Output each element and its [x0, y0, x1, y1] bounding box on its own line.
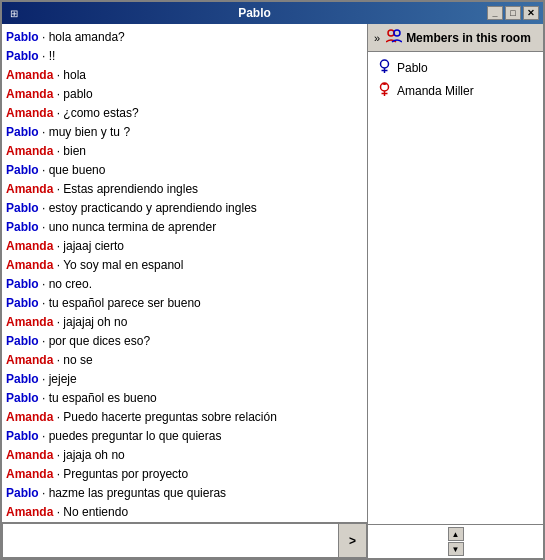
chat-window: ⊞ Pablo _ □ ✕ Pablo · hola amanda?Pablo … — [0, 0, 545, 560]
message-text: · uno nunca termina de aprender — [39, 220, 216, 234]
message-author: Amanda — [6, 144, 53, 158]
message-author: Pablo — [6, 486, 39, 500]
member-name: Pablo — [397, 61, 428, 75]
minimize-button[interactable]: _ — [487, 6, 503, 20]
message-author: Pablo — [6, 296, 39, 310]
chat-message: Pablo · uno nunca termina de aprender — [6, 218, 363, 236]
message-author: Pablo — [6, 163, 39, 177]
chat-message: Amanda · no se — [6, 351, 363, 369]
message-author: Amanda — [6, 106, 53, 120]
message-author: Amanda — [6, 315, 53, 329]
send-button[interactable]: > — [339, 523, 367, 558]
message-author: Amanda — [6, 87, 53, 101]
chat-input[interactable] — [2, 523, 339, 558]
chat-message: Amanda · jajaja oh no — [6, 446, 363, 464]
window-controls: _ □ ✕ — [487, 6, 539, 20]
window-title: Pablo — [22, 6, 487, 20]
female-icon — [378, 82, 391, 99]
message-text: · bien — [53, 144, 86, 158]
message-text: · hazme las preguntas que quieras — [39, 486, 226, 500]
message-text: · jejeje — [39, 372, 77, 386]
message-author: Pablo — [6, 220, 39, 234]
chat-message: Amanda · ¿como estas? — [6, 104, 363, 122]
member-name: Amanda Miller — [397, 84, 474, 98]
expand-icon: » — [374, 32, 380, 44]
chat-message: Pablo · tu español parece ser bueno — [6, 294, 363, 312]
member-item[interactable]: Amanda Miller — [368, 79, 543, 102]
chat-message: Amanda · jajaaj cierto — [6, 237, 363, 255]
chat-message: Pablo · tu español es bueno — [6, 389, 363, 407]
male-icon — [378, 59, 391, 76]
chat-message: Amanda · Yo soy mal en espanol — [6, 256, 363, 274]
chat-message: Pablo · por que dices eso? — [6, 332, 363, 350]
svg-point-1 — [394, 30, 400, 36]
main-content: Pablo · hola amanda?Pablo · !!Amanda · h… — [2, 24, 543, 558]
message-author: Pablo — [6, 201, 39, 215]
message-text: · puedes preguntar lo que quieras — [39, 429, 222, 443]
chat-message: Pablo · hola amanda? — [6, 28, 363, 46]
message-text: · jajaaj cierto — [53, 239, 124, 253]
chat-message: Amanda · pablo — [6, 85, 363, 103]
chat-message: Amanda · Estas aprendiendo ingles — [6, 180, 363, 198]
message-text: · Yo soy mal en espanol — [53, 258, 183, 272]
message-author: Amanda — [6, 467, 53, 481]
chat-input-row: > — [2, 522, 367, 558]
chat-message: Pablo · jejeje — [6, 370, 363, 388]
message-author: Pablo — [6, 49, 39, 63]
message-text: · Preguntas por proyecto — [53, 467, 188, 481]
close-button[interactable]: ✕ — [523, 6, 539, 20]
message-author: Pablo — [6, 125, 39, 139]
sidebar-scrollbar: ▲ ▼ — [368, 524, 543, 558]
chat-message: Pablo · no creo. — [6, 275, 363, 293]
message-text: · tu español parece ser bueno — [39, 296, 201, 310]
message-author: Pablo — [6, 372, 39, 386]
message-author: Amanda — [6, 239, 53, 253]
message-author: Amanda — [6, 258, 53, 272]
sidebar: » Members in this room Pablo — [368, 24, 543, 558]
chat-message: Amanda · jajajaj oh no — [6, 313, 363, 331]
message-author: Amanda — [6, 353, 53, 367]
message-text: · Puedo hacerte preguntas sobre relación — [53, 410, 276, 424]
message-author: Amanda — [6, 448, 53, 462]
message-author: Pablo — [6, 30, 39, 44]
chat-message: Amanda · Puedo hacerte preguntas sobre r… — [6, 408, 363, 426]
members-icon — [386, 29, 402, 46]
message-author: Amanda — [6, 182, 53, 196]
message-author: Amanda — [6, 410, 53, 424]
window-icon: ⊞ — [6, 5, 22, 21]
message-text: · jajaja oh no — [53, 448, 124, 462]
message-author: Pablo — [6, 391, 39, 405]
chat-messages: Pablo · hola amanda?Pablo · !!Amanda · h… — [2, 24, 367, 522]
chat-message: Pablo · que bueno — [6, 161, 363, 179]
message-text: · no se — [53, 353, 92, 367]
chat-area: Pablo · hola amanda?Pablo · !!Amanda · h… — [2, 24, 368, 558]
message-author: Pablo — [6, 334, 39, 348]
message-text: · !! — [39, 49, 56, 63]
member-item[interactable]: Pablo — [368, 56, 543, 79]
message-author: Amanda — [6, 68, 53, 82]
message-text: · ¿como estas? — [53, 106, 138, 120]
chat-message: Pablo · hazme las preguntas que quieras — [6, 484, 363, 502]
message-text: · tu español es bueno — [39, 391, 157, 405]
svg-point-0 — [388, 30, 394, 36]
message-text: · pablo — [53, 87, 92, 101]
message-text: · estoy practicando y aprendiendo ingles — [39, 201, 257, 215]
scroll-up-button[interactable]: ▲ — [448, 527, 464, 541]
chat-message: Amanda · hola — [6, 66, 363, 84]
maximize-button[interactable]: □ — [505, 6, 521, 20]
chat-message: Pablo · estoy practicando y aprendiendo … — [6, 199, 363, 217]
svg-point-2 — [381, 60, 389, 68]
message-text: · Estas aprendiendo ingles — [53, 182, 198, 196]
member-list: Pablo Amanda Miller — [368, 52, 543, 524]
chat-message: Amanda · bien — [6, 142, 363, 160]
message-text: · jajajaj oh no — [53, 315, 127, 329]
chat-message: Pablo · puedes preguntar lo que quieras — [6, 427, 363, 445]
sidebar-header-text: Members in this room — [406, 31, 531, 45]
message-text: · por que dices eso? — [39, 334, 150, 348]
message-text: · no creo. — [39, 277, 92, 291]
scroll-down-button[interactable]: ▼ — [448, 542, 464, 556]
message-text: · No entiendo — [53, 505, 128, 519]
message-author: Amanda — [6, 505, 53, 519]
message-text: · hola amanda? — [39, 30, 125, 44]
message-author: Pablo — [6, 277, 39, 291]
